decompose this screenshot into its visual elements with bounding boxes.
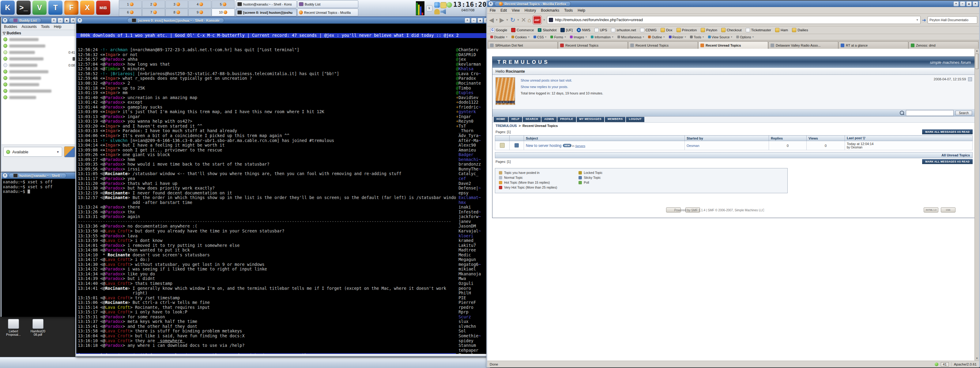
- minimize-button[interactable]: −: [960, 1, 965, 6]
- mail-icon[interactable]: [441, 2, 447, 8]
- search-bar[interactable]: Peyton Hall Documentatio: [928, 16, 977, 24]
- menu-history[interactable]: History: [525, 8, 536, 13]
- forum-menu-help[interactable]: HELP: [509, 117, 522, 122]
- pager-desktop-6[interactable]: 6: [119, 9, 142, 16]
- minimize-button[interactable]: −: [57, 18, 63, 23]
- webdev-outline[interactable]: Outline▼: [648, 35, 665, 39]
- stop-button[interactable]: ✕: [521, 17, 526, 23]
- buddy-icon-button[interactable]: [64, 146, 75, 157]
- browser-tab[interactable]: Recent Unread Topics: [628, 42, 698, 49]
- bookmark-google[interactable]: GGoogle: [490, 28, 507, 32]
- forum-menu-admin[interactable]: ADMIN: [541, 117, 557, 122]
- buddy-menu-help[interactable]: Help: [54, 24, 62, 29]
- bookmark-ham[interactable]: Ham: [775, 28, 788, 32]
- buddy-row[interactable]: [2, 56, 77, 62]
- window-menu-icon[interactable]: ▼: [2, 173, 8, 178]
- maximize-button[interactable]: ▲: [966, 1, 972, 6]
- menu-file[interactable]: File: [490, 8, 495, 13]
- forum-menu-logout[interactable]: LOGOUT: [626, 117, 644, 122]
- menu-edit[interactable]: Edit: [500, 8, 507, 13]
- konsole-titlebar[interactable]: ▼ [screen 0: irssi] huston@joshua:~ - Sh…: [76, 17, 490, 24]
- buddy-row[interactable]: 0:08: [2, 62, 77, 69]
- buddy-group[interactable]: ▽ Buddies: [2, 30, 77, 36]
- forum-search-button[interactable]: Search: [956, 111, 972, 115]
- menu-view[interactable]: View: [512, 8, 520, 13]
- buddy-row[interactable]: [2, 43, 77, 49]
- status-selector[interactable]: Available ▼: [3, 147, 62, 157]
- column-header-last-post[interactable]: Last post ▽: [845, 136, 973, 141]
- back-button[interactable]: ◀: [489, 17, 494, 23]
- started-by-link[interactable]: Oesman: [687, 144, 700, 147]
- bookmark-cdwg[interactable]: CDWG: [640, 28, 657, 32]
- forum-search-input[interactable]: [906, 110, 954, 116]
- forward-button[interactable]: ▶: [500, 17, 504, 23]
- browser-tab[interactable]: Zenoss: dmd: [908, 42, 978, 49]
- mark-all-read-button[interactable]: MARK ALL MESSAGES AS READ: [922, 130, 973, 134]
- reload-button[interactable]: ↻: [510, 17, 515, 23]
- xchat-launcher-icon[interactable]: X: [80, 1, 94, 15]
- adblock-dropdown[interactable]: ▼: [543, 18, 546, 21]
- status-green-icon[interactable]: [935, 363, 939, 366]
- pager-desktop-4[interactable]: 4: [188, 0, 211, 8]
- xhtml-badge[interactable]: XHTML 1.0: [924, 207, 939, 213]
- column-header-views[interactable]: Views: [807, 136, 845, 141]
- bookmark-slashdot[interactable]: /.Slashdot: [538, 28, 557, 32]
- menu-help[interactable]: Help: [578, 8, 585, 13]
- forum-menu-home[interactable]: HOME: [494, 117, 508, 122]
- desktop-pager[interactable]: 12345678910: [119, 0, 235, 16]
- buddy-menu-accounts[interactable]: Accounts: [21, 24, 37, 29]
- menu-bookmarks[interactable]: Bookmarks: [541, 8, 559, 13]
- bookmark-ticketmaster[interactable]: Ticketmaster: [746, 28, 771, 32]
- go-button[interactable]: ➜: [922, 17, 926, 23]
- window-menu-icon[interactable]: ▼: [2, 18, 8, 23]
- browser-tab[interactable]: SRHuston Dot Net: [488, 42, 558, 49]
- webdev-tools[interactable]: Tools▼: [690, 35, 704, 39]
- buddy-row[interactable]: [2, 75, 77, 81]
- webdev-css[interactable]: CSS▼: [533, 35, 547, 39]
- bookmark-checkout[interactable]: Checkout: [721, 28, 742, 32]
- column-header-started-by[interactable]: Started by: [685, 136, 769, 141]
- forum-menu-my-messages[interactable]: MY MESSAGES: [577, 117, 604, 122]
- pager-desktop-5[interactable]: 5: [212, 0, 235, 8]
- browser-tab[interactable]: Recent Unread Topics: [558, 42, 628, 49]
- buddy-titlebar[interactable]: ▼ Buddy List + − ▲ ×: [2, 17, 77, 24]
- bookmark--uf-[interactable]: [UF]: [560, 28, 573, 32]
- column-header-subject[interactable]: Subject: [524, 136, 685, 141]
- buddy-row[interactable]: [2, 81, 77, 88]
- taskbar-item[interactable]: [screen 0: irssi] huston@joshu: [236, 9, 297, 16]
- scroll-down-arrow[interactable]: ▼: [975, 356, 979, 361]
- new-replies-link[interactable]: Show new replies to your posts.: [520, 85, 568, 89]
- window-menu-icon[interactable]: ▼: [77, 18, 83, 23]
- all-unread-topics-bar[interactable]: All Unread Topics: [495, 152, 973, 158]
- buddy-row[interactable]: [2, 36, 77, 43]
- window-taskbar[interactable]: huston@xanadu:~ - Shell - KonsBuddy List…: [236, 0, 358, 16]
- close-button[interactable]: ×: [973, 1, 978, 6]
- reload-dropdown[interactable]: ▼: [517, 18, 519, 21]
- scroll-up-arrow[interactable]: ▲: [975, 49, 979, 53]
- pager-desktop-7[interactable]: 7: [142, 9, 165, 16]
- webdev-cookies[interactable]: Cookies▼: [511, 35, 530, 39]
- bookmark-dailies[interactable]: Dailies: [792, 28, 808, 32]
- firefox-titlebar[interactable]: ▼ Recent Unread Topics - Mozilla Firefox…: [487, 1, 979, 7]
- buddy-row[interactable]: [2, 94, 77, 101]
- klipper-icon[interactable]: k: [426, 5, 433, 11]
- buddy-row[interactable]: 0:41: [2, 49, 77, 56]
- forum-menu-members[interactable]: MEMBERS: [605, 117, 626, 122]
- url-bar[interactable]: http://tremulous.net/forum/index.php?act…: [547, 16, 920, 24]
- back-dropdown[interactable]: ▼: [495, 18, 498, 21]
- webdev-images[interactable]: Images▼: [570, 35, 587, 39]
- pager-desktop-10[interactable]: 10: [212, 9, 235, 16]
- desktop-icon-hamfest[interactable]: Hamfest20 08.pdf: [26, 319, 49, 336]
- system-monitor-icon[interactable]: [416, 1, 425, 15]
- mib-launcher-icon[interactable]: MiB: [96, 1, 110, 15]
- status-count-badge[interactable]: 41: [941, 362, 949, 366]
- adblock-plus-icon[interactable]: ABP: [533, 16, 541, 24]
- css-badge[interactable]: CSS: [941, 207, 956, 213]
- sticky-button[interactable]: +: [953, 1, 959, 6]
- upshrink-icon[interactable]: [968, 77, 972, 81]
- crumb-root[interactable]: TREMULOUS: [495, 124, 517, 128]
- menu-tools[interactable]: Tools: [564, 8, 573, 13]
- browser-tab[interactable]: RT at a glance: [838, 42, 908, 49]
- maximize-button[interactable]: ▲: [477, 18, 483, 23]
- board-link[interactable]: Servers: [575, 144, 585, 147]
